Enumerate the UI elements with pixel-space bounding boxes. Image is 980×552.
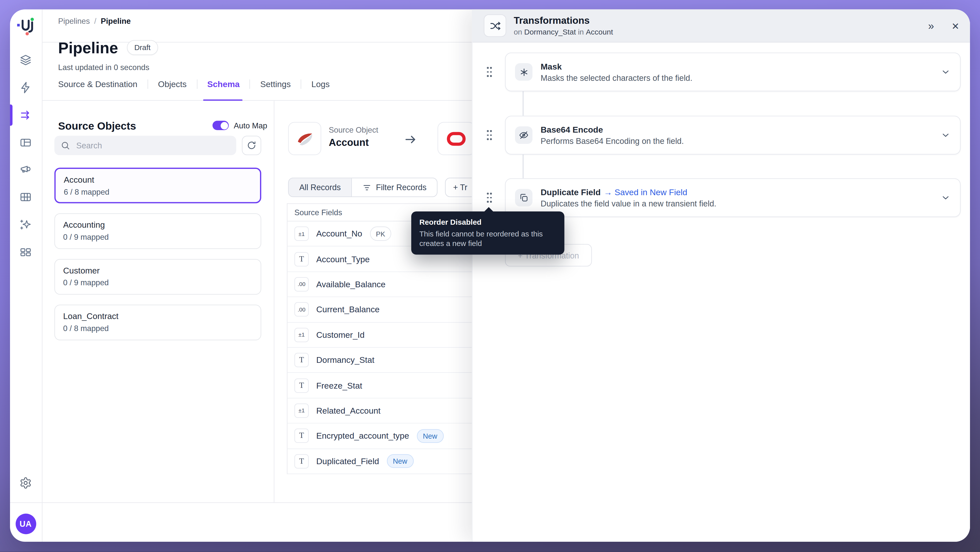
sidebar-item-layout-icon[interactable] <box>19 136 32 149</box>
transformation-card-mask[interactable]: Mask Masks the selected characters of th… <box>505 53 961 91</box>
source-object-card-accounting[interactable]: Accounting 0 / 9 mapped <box>54 214 261 249</box>
tab-separator <box>197 80 197 89</box>
sidebar-border <box>42 10 43 542</box>
collapse-panel-icon[interactable]: » <box>928 20 934 31</box>
drag-handle[interactable] <box>486 66 493 78</box>
object-name: Loan_Contract <box>63 311 253 321</box>
drag-handle[interactable] <box>486 191 493 204</box>
card-description: Performs Base64 Encoding on the field. <box>541 136 684 146</box>
tab-logs[interactable]: Logs <box>311 80 329 89</box>
column-divider <box>274 101 275 503</box>
chevron-down-icon[interactable] <box>941 130 951 140</box>
sidebar-item-megaphone-icon[interactable] <box>19 163 32 176</box>
settings-gear-icon[interactable] <box>19 477 32 489</box>
source-object-card-account[interactable]: Account 6 / 8 mapped <box>54 168 261 203</box>
sidebar-item-apps-grid-icon[interactable] <box>19 246 32 258</box>
page-title: Pipeline <box>58 39 118 56</box>
field-name: Related_Account <box>316 406 380 415</box>
auto-map-label: Auto Map <box>234 121 267 130</box>
field-name: Current_Balance <box>316 305 380 314</box>
shuffle-icon <box>484 14 506 37</box>
source-object-card-loan-contract[interactable]: Loan_Contract 0 / 8 mapped <box>54 305 261 341</box>
field-row-related-account[interactable]: ±1 Related_Account <box>288 398 494 424</box>
eye-off-icon <box>515 126 533 144</box>
field-name: Customer_Id <box>316 330 364 340</box>
field-type-number-icon: ±1 <box>294 404 309 418</box>
last-updated-text: Last updated in 0 seconds <box>58 63 150 72</box>
desktop-background: UA Pipelines / Pipeline Pipeline Draft L… <box>0 0 980 552</box>
refresh-button[interactable] <box>242 136 261 155</box>
status-badge: Draft <box>127 40 158 55</box>
tab-source-destination[interactable]: Source & Destination <box>58 80 137 89</box>
search-input[interactable] <box>75 140 230 151</box>
field-row-duplicated-field[interactable]: T Duplicated_Field New <box>288 449 494 474</box>
all-records-button[interactable]: All Records <box>289 179 352 197</box>
filter-icon <box>362 183 371 191</box>
field-type-decimal-icon: .00 <box>294 277 309 292</box>
subtitle-in: in <box>578 27 584 36</box>
card-title: Duplicate Field <box>541 187 601 197</box>
filter-records-button[interactable]: Filter Records <box>352 179 437 197</box>
app-logo[interactable] <box>15 15 36 38</box>
field-type-text-icon: T <box>294 378 309 392</box>
logo-pixel <box>17 24 20 26</box>
tooltip-title: Reorder Disabled <box>420 218 557 227</box>
tabs-divider <box>43 100 472 101</box>
object-name: Account <box>64 175 252 185</box>
active-nav-indicator <box>10 105 12 126</box>
object-name: Customer <box>63 266 253 276</box>
breadcrumb-separator: / <box>94 17 97 26</box>
card-connector <box>522 155 523 179</box>
chevron-down-icon[interactable] <box>941 67 951 77</box>
source-object-card-customer[interactable]: Customer 0 / 9 mapped <box>54 259 261 295</box>
sidebar-item-zap-icon[interactable] <box>19 81 32 94</box>
oracle-icon <box>438 122 475 155</box>
drag-handle[interactable] <box>486 129 493 141</box>
saved-in-new-field-link[interactable]: → Saved in New Field <box>604 187 687 197</box>
transformation-card-duplicate-field[interactable]: Duplicate Field → Saved in New Field Dup… <box>505 179 961 217</box>
breadcrumb-pipelines[interactable]: Pipelines <box>58 17 90 26</box>
sidebar-item-table-icon[interactable] <box>19 191 32 203</box>
object-mapped-count: 6 / 8 mapped <box>64 188 252 196</box>
subtitle-on: on <box>514 27 522 36</box>
search-box <box>54 136 237 155</box>
app-window: UA Pipelines / Pipeline Pipeline Draft L… <box>10 10 970 542</box>
object-mapped-count: 0 / 9 mapped <box>63 233 253 241</box>
field-row-customer-id[interactable]: ±1 Customer_Id <box>288 322 494 348</box>
breadcrumb-current: Pipeline <box>101 17 131 26</box>
subtitle-object: Account <box>586 27 613 36</box>
field-name: Account_Type <box>316 254 370 264</box>
primary-key-badge: PK <box>370 227 391 241</box>
source-object-label: Source Object <box>329 126 378 135</box>
tooltip-body: This field cannot be reordered as this c… <box>420 230 557 249</box>
transformation-card-base64[interactable]: Base64 Encode Performs Base64 Encoding o… <box>505 116 961 155</box>
tab-schema[interactable]: Schema <box>207 80 240 89</box>
tab-objects[interactable]: Objects <box>158 80 186 89</box>
card-description: Duplicates the field value in a new tran… <box>541 199 716 208</box>
field-row-encrypted-account-type[interactable]: T Encrypted_account_type New <box>288 424 494 449</box>
source-objects-heading: Source Objects <box>58 120 136 132</box>
card-title: Mask <box>541 62 562 71</box>
field-name: Freeze_Stat <box>316 381 362 390</box>
sidebar-item-layers-icon[interactable] <box>19 54 32 66</box>
field-name: Dormancy_Stat <box>316 355 374 365</box>
field-type-text-icon: T <box>294 353 309 367</box>
panel-title: Transformations <box>514 15 613 26</box>
user-avatar[interactable]: UA <box>15 514 36 534</box>
backdrop: UA Pipelines / Pipeline Pipeline Draft L… <box>0 0 980 552</box>
field-row-dormancy-stat[interactable]: T Dormancy_Stat <box>288 348 494 373</box>
sidebar-item-pipelines-icon[interactable] <box>19 109 32 121</box>
tab-settings[interactable]: Settings <box>260 80 291 89</box>
field-row-current-balance[interactable]: .00 Current_Balance <box>288 297 494 322</box>
breadcrumb: Pipelines / Pipeline <box>58 17 131 26</box>
chevron-down-icon[interactable] <box>941 193 951 203</box>
field-type-text-icon: T <box>294 429 309 443</box>
field-row-available-balance[interactable]: .00 Available_Balance <box>288 272 494 297</box>
new-field-badge: New <box>417 429 444 443</box>
field-type-text-icon: T <box>294 454 309 468</box>
field-row-freeze-stat[interactable]: T Freeze_Stat <box>288 373 494 398</box>
close-panel-icon[interactable]: ✕ <box>951 21 959 30</box>
auto-map-toggle[interactable] <box>213 121 229 130</box>
field-type-number-icon: ±1 <box>294 327 309 342</box>
sidebar-item-ai-sparkles-icon[interactable] <box>19 219 32 231</box>
